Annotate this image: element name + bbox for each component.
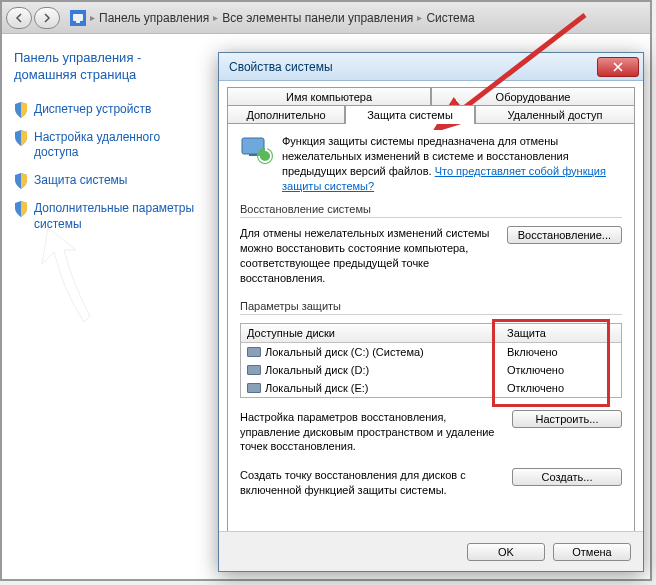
shield-icon [14,130,28,146]
col-header-status: Защита [501,324,621,342]
drive-name: Локальный диск (E:) [265,382,369,394]
back-button[interactable] [6,7,32,29]
titlebar: ▸ Панель управления ▸ Все элементы панел… [2,2,650,34]
configure-button[interactable]: Настроить... [512,410,622,428]
tab-advanced[interactable]: Дополнительно [227,105,345,124]
cancel-button[interactable]: Отмена [553,543,631,561]
forward-button[interactable] [34,7,60,29]
configure-text: Настройка параметров восстановления, упр… [240,410,502,455]
sidebar-item-device-manager[interactable]: Диспетчер устройств [14,102,202,118]
drive-status: Включено [501,343,621,361]
table-row[interactable]: Локальный диск (C:) (Система) Включено [241,343,621,361]
drive-status: Отключено [501,379,621,397]
chevron-right-icon: ▸ [213,12,218,23]
table-row[interactable]: Локальный диск (E:) Отключено [241,379,621,397]
tab-panel: Функция защиты системы предназначена для… [227,123,635,543]
create-button[interactable]: Создать... [512,468,622,486]
table-row[interactable]: Локальный диск (D:) Отключено [241,361,621,379]
shield-icon [14,173,28,189]
disk-icon [247,347,261,357]
sidebar-item-label: Дополнительные параметры системы [34,201,202,232]
system-protection-icon [240,134,274,168]
protection-group-label: Параметры защиты [240,300,622,312]
shield-icon [14,102,28,118]
breadcrumb-item[interactable]: Панель управления [99,11,209,25]
dialog-footer: OK Отмена [219,531,643,571]
control-panel-home-link[interactable]: Панель управления - домашняя страница [14,50,202,84]
drive-name: Локальный диск (D:) [265,364,369,376]
dialog-title: Свойства системы [229,60,333,74]
svg-rect-0 [73,14,83,21]
sidebar-item-remote-settings[interactable]: Настройка удаленного доступа [14,130,202,161]
svg-rect-1 [76,21,80,23]
restore-group-label: Восстановление системы [240,203,622,215]
ok-button[interactable]: OK [467,543,545,561]
close-icon [612,62,624,72]
tab-hardware[interactable]: Оборудование [431,87,635,106]
restore-button[interactable]: Восстановление... [507,226,622,244]
intro-text-block: Функция защиты системы предназначена для… [282,134,622,193]
breadcrumb-item[interactable]: Система [426,11,474,25]
tab-remote[interactable]: Удаленный доступ [475,105,635,124]
sidebar-item-label: Защита системы [34,173,127,189]
sidebar: Панель управления - домашняя страница Ди… [2,34,214,579]
system-properties-dialog: Свойства системы Имя компьютера Оборудов… [218,52,644,572]
svg-rect-3 [249,154,257,156]
tab-computer-name[interactable]: Имя компьютера [227,87,431,106]
breadcrumb[interactable]: ▸ Панель управления ▸ Все элементы панел… [90,11,475,25]
drive-status: Отключено [501,361,621,379]
disk-icon [247,383,261,393]
sidebar-item-advanced-settings[interactable]: Дополнительные параметры системы [14,201,202,232]
sidebar-item-label: Диспетчер устройств [34,102,151,118]
dialog-titlebar[interactable]: Свойства системы [219,53,643,81]
chevron-right-icon: ▸ [90,12,95,23]
drive-name: Локальный диск (C:) (Система) [265,346,424,358]
sidebar-item-system-protection[interactable]: Защита системы [14,173,202,189]
disk-icon [247,365,261,375]
close-button[interactable] [597,57,639,77]
restore-text: Для отмены нежелательных изменений систе… [240,226,497,285]
col-header-drive: Доступные диски [241,324,501,342]
create-text: Создать точку восстановления для дисков … [240,468,502,498]
shield-icon [14,201,28,217]
tab-system-protection[interactable]: Защита системы [345,105,475,124]
drives-table[interactable]: Доступные диски Защита Локальный диск (C… [240,323,622,398]
system-icon [70,10,86,26]
chevron-right-icon: ▸ [417,12,422,23]
sidebar-item-label: Настройка удаленного доступа [34,130,202,161]
breadcrumb-item[interactable]: Все элементы панели управления [222,11,413,25]
